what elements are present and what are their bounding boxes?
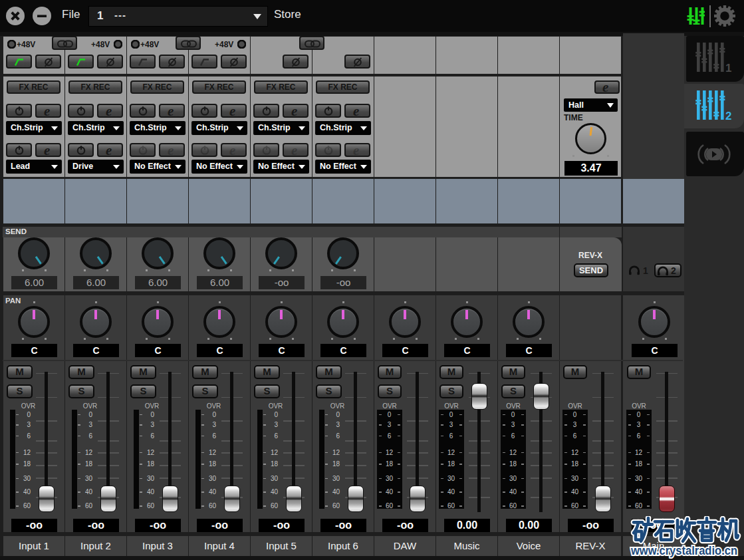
svg-text:e: e — [44, 105, 50, 118]
svg-text:e: e — [353, 144, 359, 157]
svg-text:1: 1 — [725, 62, 731, 74]
svg-text:e: e — [291, 144, 297, 157]
svg-text:www.crystalradio.cn: www.crystalradio.cn — [630, 544, 737, 557]
svg-text:e: e — [168, 144, 174, 157]
svg-text:e: e — [106, 144, 112, 157]
svg-text:e: e — [106, 105, 112, 118]
svg-text:e: e — [44, 144, 50, 157]
svg-text:2: 2 — [725, 110, 731, 122]
svg-text:e: e — [353, 105, 359, 118]
svg-text:e: e — [229, 144, 235, 157]
svg-text:e: e — [291, 105, 297, 118]
svg-text:e: e — [229, 105, 235, 118]
svg-text:e: e — [168, 105, 174, 118]
svg-text:e: e — [602, 81, 608, 94]
